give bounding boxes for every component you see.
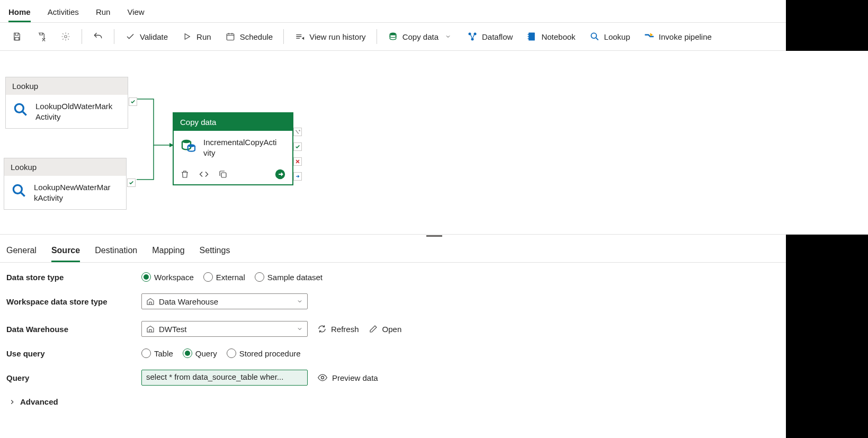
run-button[interactable]: Run (176, 28, 217, 45)
radio-label: Sample dataset (267, 273, 323, 282)
settings-button[interactable] (55, 28, 76, 45)
activity-node-lookup-new[interactable]: Lookup LookupNewWaterMarkActivity (4, 158, 127, 210)
refresh-button[interactable]: Refresh (317, 324, 359, 334)
label-use-query: Use query (6, 349, 141, 358)
pipeline-canvas[interactable]: Lookup LookupOldWaterMarkActivity Lookup… (0, 51, 868, 234)
toolbar-separator (82, 29, 82, 44)
save-icon (12, 31, 22, 42)
copy-data-label: Copy data (402, 32, 439, 41)
database-icon (180, 137, 197, 154)
panel-resize-handle[interactable] (0, 234, 868, 237)
pipeline-icon (644, 31, 655, 42)
ribbon-tabs: Home Activities Run View (0, 0, 868, 23)
radio-mark-icon (203, 272, 213, 282)
calendar-icon (225, 31, 236, 42)
undo-icon (93, 31, 103, 42)
dataflow-button[interactable]: Dataflow (462, 28, 518, 45)
svg-rect-9 (528, 36, 529, 37)
tab-view[interactable]: View (127, 4, 144, 22)
chevron-right-icon (8, 398, 16, 406)
radio-query[interactable]: Query (183, 348, 217, 358)
warehouse-icon (146, 297, 155, 306)
advanced-toggle[interactable]: Advanced (6, 397, 862, 406)
validate-button[interactable]: Validate (120, 28, 173, 45)
properties-tabs: General Source Destination Mapping Setti… (0, 237, 868, 263)
svg-rect-8 (528, 34, 529, 35)
activity-node-lookup-old[interactable]: Lookup LookupOldWaterMarkActivity (5, 77, 128, 129)
check-icon (125, 31, 136, 42)
completion-port[interactable] (293, 172, 302, 181)
tab-activities[interactable]: Activities (48, 4, 79, 22)
node-name: LookupOldWaterMarkActivity (35, 101, 115, 122)
radio-table[interactable]: Table (141, 348, 173, 358)
tab-run[interactable]: Run (96, 4, 111, 22)
tab-home[interactable]: Home (8, 4, 31, 22)
dataflow-icon (467, 31, 478, 42)
preview-data-button[interactable]: Preview data (317, 373, 378, 382)
invoke-pipeline-button[interactable]: Invoke pipeline (639, 28, 717, 45)
svg-rect-17 (221, 173, 226, 177)
notebook-icon (526, 31, 537, 42)
select-data-warehouse[interactable]: DWTest (141, 321, 308, 337)
open-button[interactable]: Open (369, 324, 402, 334)
query-input[interactable]: select * from data_source_table wher... (141, 370, 308, 386)
svg-rect-7 (529, 33, 535, 41)
edit-icon (369, 324, 378, 334)
copy-data-button[interactable]: Copy data (382, 28, 459, 45)
select-value: DWTest (159, 325, 187, 334)
success-port[interactable] (293, 142, 302, 151)
lookup-button[interactable]: Lookup (584, 28, 636, 45)
toolbar: Validate Run Schedule View run history C… (0, 23, 868, 51)
search-icon (11, 182, 28, 199)
svg-point-14 (13, 185, 22, 193)
code-icon[interactable] (199, 169, 209, 179)
activity-node-copy-data[interactable]: Copy data IncrementalCopyActivity (173, 112, 293, 185)
fail-port[interactable] (293, 157, 302, 166)
view-run-history-button[interactable]: View run history (289, 28, 371, 45)
label-data-warehouse: Data Warehouse (6, 325, 141, 334)
node-type-label: Copy data (174, 113, 292, 131)
tab-mapping[interactable]: Mapping (152, 243, 184, 262)
chevron-down-icon (297, 298, 303, 305)
radio-label: Query (195, 349, 217, 358)
refresh-icon (317, 324, 327, 334)
tab-destination[interactable]: Destination (95, 243, 137, 262)
undo-button[interactable] (87, 28, 109, 45)
invoke-pipeline-label: Invoke pipeline (659, 32, 712, 41)
svg-point-6 (471, 38, 474, 41)
svg-point-16 (188, 144, 195, 147)
copy-icon[interactable] (218, 169, 228, 179)
search-icon (12, 101, 29, 118)
warehouse-icon (146, 325, 155, 333)
radio-external[interactable]: External (203, 272, 245, 282)
node-type-label: Lookup (4, 158, 126, 176)
tab-general[interactable]: General (6, 243, 37, 262)
success-port[interactable] (127, 178, 136, 187)
tab-source[interactable]: Source (51, 243, 80, 262)
run-node-icon[interactable] (274, 168, 286, 180)
save-button[interactable] (6, 28, 28, 45)
success-port[interactable] (129, 97, 137, 106)
radio-mark-icon (183, 348, 192, 358)
schedule-label: Schedule (240, 32, 273, 41)
svg-point-13 (15, 104, 23, 112)
advanced-label: Advanced (20, 397, 58, 406)
select-workspace-data-store-type[interactable]: Data Warehouse (141, 293, 308, 309)
node-name: LookupNewWaterMarkActivity (34, 182, 113, 203)
dataflow-label: Dataflow (482, 32, 513, 41)
delete-icon[interactable] (180, 169, 190, 179)
radio-mark-icon (227, 348, 236, 358)
save-as-button[interactable] (31, 28, 52, 45)
preview-label: Preview data (332, 373, 378, 382)
schedule-button[interactable]: Schedule (220, 28, 279, 45)
toolbar-separator (114, 29, 114, 44)
radio-sample-dataset[interactable]: Sample dataset (255, 272, 323, 282)
radio-workspace[interactable]: Workspace (141, 272, 194, 282)
notebook-button[interactable]: Notebook (521, 28, 580, 45)
svg-rect-1 (227, 34, 234, 40)
database-icon (388, 31, 398, 42)
radio-stored-procedure[interactable]: Stored procedure (227, 348, 301, 358)
tab-settings[interactable]: Settings (200, 243, 230, 262)
svg-point-19 (321, 377, 324, 379)
skip-port[interactable] (293, 128, 302, 136)
